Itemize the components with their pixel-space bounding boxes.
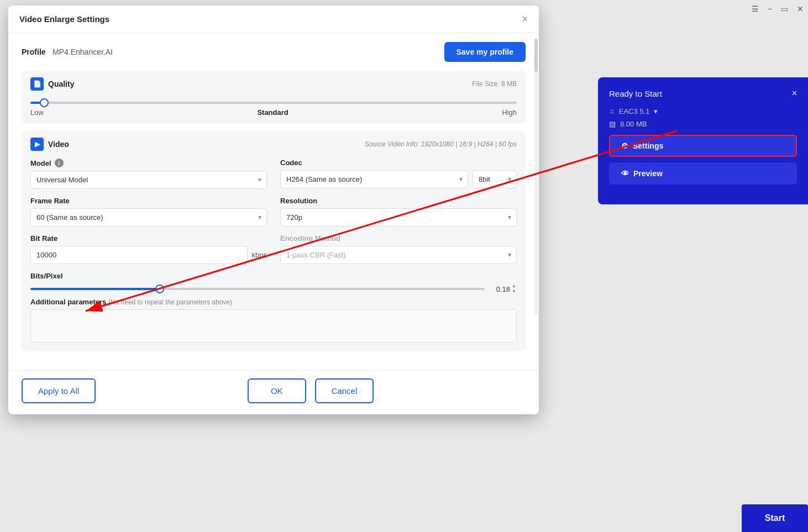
cancel-button[interactable]: Cancel: [315, 378, 374, 403]
video-source-info: Source Video Info: 1920x1080 | 16:9 | H2…: [365, 140, 517, 148]
codec-label-text: Codec: [280, 159, 302, 167]
file-icon: ▨: [609, 120, 616, 128]
framerate-select[interactable]: 60 (Same as source): [30, 208, 267, 227]
ready-panel-buttons: ⚙ Settings 👁 Preview: [609, 135, 797, 185]
settings-btn-label: Settings: [633, 141, 663, 150]
profile-row: Profile MP4.Enhancer.AI Save my profile: [22, 42, 526, 62]
model-label-text: Model: [30, 159, 51, 167]
minimize-icon[interactable]: −: [768, 4, 772, 13]
quality-section: 📄 Quality File Size: 8 MB Low Standard H…: [22, 71, 526, 123]
bitrate-input[interactable]: [30, 246, 248, 264]
ready-panel-title: Ready to Start: [609, 89, 662, 98]
bitrate-group: Bit Rate kbps: [30, 234, 267, 264]
quality-low-label: Low: [30, 108, 44, 117]
framerate-select-wrapper: 60 (Same as source) ▼: [30, 208, 267, 227]
video-section-title: ▶ Video: [30, 138, 69, 151]
preview-eye-icon: 👁: [621, 169, 629, 178]
resolution-select-wrapper: 720p ▼: [280, 208, 517, 227]
codec-label: Codec: [280, 159, 517, 167]
quality-slider[interactable]: [30, 102, 517, 104]
resolution-label-text: Resolution: [280, 197, 317, 205]
quality-high-label: High: [502, 108, 517, 117]
start-btn-label: Start: [765, 513, 785, 523]
audio-info-text: EAC3 5.1: [619, 107, 650, 115]
bitdepth-select-wrapper: 8bit ▼: [473, 170, 517, 188]
preview-btn-label: Preview: [633, 169, 663, 178]
app-titlebar: ☰ − ▭ ✕: [742, 0, 808, 18]
bits-pixel-down-btn[interactable]: ▼: [511, 289, 517, 294]
modal-close-button[interactable]: ×: [522, 13, 528, 25]
encoding-method-label: Encoding Method: [280, 234, 517, 243]
model-info-icon[interactable]: i: [55, 159, 64, 167]
settings-gear-icon: ⚙: [621, 141, 628, 150]
profile-label: Profile: [22, 48, 46, 56]
ready-panel-close[interactable]: ×: [792, 88, 797, 98]
modal-scrollbar[interactable]: [534, 39, 538, 315]
modal-title: Video Enlarge Settings: [19, 14, 109, 24]
model-select[interactable]: Universal Model: [30, 171, 267, 189]
additional-params-label: Additional parameters (No need to repeat…: [30, 298, 517, 306]
quality-section-title: 📄 Quality: [30, 77, 74, 91]
model-group: Model i Universal Model ▼: [30, 159, 267, 189]
profile-info: Profile MP4.Enhancer.AI: [22, 47, 113, 57]
bitrate-unit: kbps: [252, 251, 267, 259]
additional-params-textarea[interactable]: [30, 309, 517, 343]
bitdepth-select[interactable]: 8bit: [473, 170, 517, 188]
bits-pixel-spinners: ▲ ▼: [511, 283, 517, 294]
file-size-row: ▨ 8.00 MB: [609, 120, 797, 128]
preview-button[interactable]: 👁 Preview: [609, 162, 797, 185]
audio-info-row: ♫ EAC3 5.1 ▾: [609, 107, 797, 115]
additional-params-note: (No need to repeat the parameters above): [108, 298, 232, 306]
codec-group: Codec H264 (Same as source) ▼ 8bit: [280, 159, 517, 189]
encoding-method-select-wrapper: 1-pass CBR (Fast) ▼: [280, 246, 517, 264]
bits-pixel-number: 0.18: [490, 285, 510, 293]
video-section-icon: ▶: [30, 138, 44, 151]
ready-panel-info: ♫ EAC3 5.1 ▾ ▨ 8.00 MB: [609, 107, 797, 128]
music-icon: ♫: [609, 107, 615, 115]
framerate-group: Frame Rate 60 (Same as source) ▼: [30, 197, 267, 227]
close-icon[interactable]: ✕: [797, 4, 804, 13]
bits-pixel-value-display: 0.18 ▲ ▼: [490, 283, 517, 294]
ok-button[interactable]: OK: [248, 378, 306, 403]
framerate-label: Frame Rate: [30, 197, 267, 205]
bits-pixel-slider-row: 0.18 ▲ ▼: [30, 283, 517, 294]
quality-label: Quality: [48, 80, 74, 88]
bits-pixel-up-btn[interactable]: ▲: [511, 283, 517, 289]
encoding-method-select[interactable]: 1-pass CBR (Fast): [280, 246, 517, 264]
additional-params-section: Additional parameters (No need to repeat…: [30, 298, 517, 345]
codec-select-wrapper: H264 (Same as source) ▼: [280, 170, 468, 188]
resolution-label: Resolution: [280, 197, 517, 205]
footer-center-buttons: OK Cancel: [96, 378, 526, 403]
video-section-header: ▶ Video Source Video Info: 1920x1080 | 1…: [30, 138, 517, 151]
settings-button[interactable]: ⚙ Settings: [609, 135, 797, 157]
modal-footer: Apply to All OK Cancel: [8, 370, 539, 414]
resolution-select[interactable]: 720p: [280, 208, 517, 227]
bitrate-label-text: Bit Rate: [30, 234, 57, 243]
start-button[interactable]: Start: [742, 504, 808, 532]
model-select-wrapper: Universal Model ▼: [30, 171, 267, 189]
ready-panel-header: Ready to Start ×: [609, 88, 797, 98]
file-size-text: 8.00 MB: [620, 120, 647, 128]
quality-section-icon: 📄: [30, 77, 44, 91]
bitrate-input-row: kbps: [30, 246, 267, 264]
save-profile-button[interactable]: Save my profile: [444, 42, 526, 62]
bitrate-label: Bit Rate: [30, 234, 267, 243]
bits-pixel-label: Bits/Pixel: [30, 272, 517, 280]
quality-file-size: File Size: 8 MB: [472, 80, 517, 88]
bits-pixel-label-text: Bits/Pixel: [30, 272, 63, 280]
profile-name-value: MP4.Enhancer.AI: [53, 48, 113, 56]
video-section: ▶ Video Source Video Info: 1920x1080 | 1…: [22, 131, 526, 351]
audio-dropdown-arrow[interactable]: ▾: [654, 107, 658, 115]
restore-icon[interactable]: ▭: [781, 4, 788, 13]
quality-labels: Low Standard High: [30, 108, 517, 117]
modal-scrollbar-thumb: [534, 39, 538, 72]
apply-all-button[interactable]: Apply to All: [22, 378, 96, 403]
bits-pixel-section: Bits/Pixel 0.18 ▲ ▼: [30, 272, 517, 294]
settings-modal: Video Enlarge Settings × Profile MP4.Enh…: [8, 6, 539, 414]
menu-icon[interactable]: ☰: [752, 4, 759, 13]
codec-select[interactable]: H264 (Same as source): [280, 170, 468, 188]
modal-body: Profile MP4.Enhancer.AI Save my profile …: [8, 33, 539, 370]
quality-slider-container: [30, 96, 517, 106]
bits-pixel-slider[interactable]: [30, 288, 485, 290]
video-form-grid: Model i Universal Model ▼ Codec: [30, 159, 517, 264]
